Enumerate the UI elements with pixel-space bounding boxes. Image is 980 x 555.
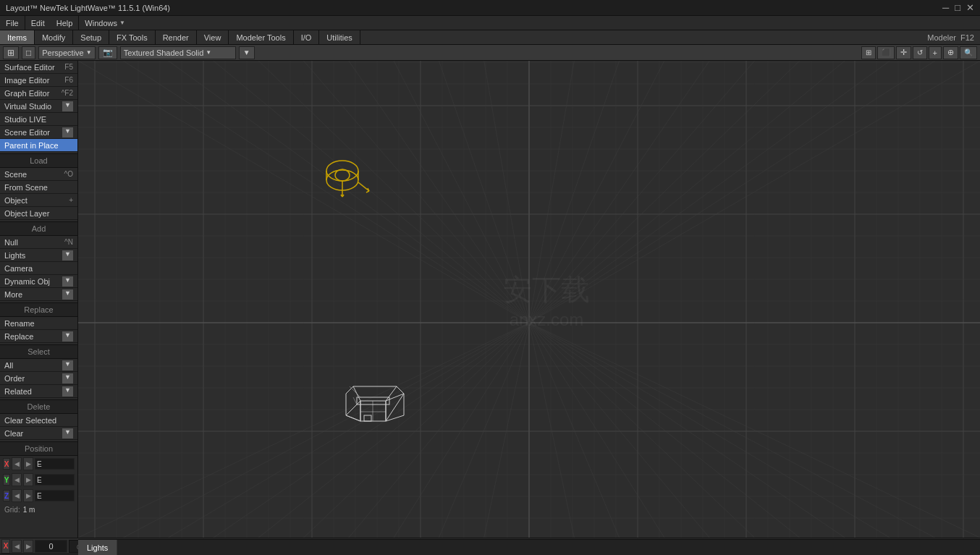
y-nav-next[interactable]: ▶ bbox=[23, 473, 33, 486]
clear-btn[interactable]: Clear ▼ bbox=[0, 427, 77, 440]
f12-label: F12 bbox=[960, 33, 980, 42]
x-value[interactable]: E bbox=[35, 458, 75, 470]
z-position-row: Z ◀ ▶ E bbox=[0, 488, 77, 504]
camera-btn[interactable]: Camera bbox=[0, 262, 77, 275]
load-section-header: Load bbox=[0, 153, 77, 168]
dynamic-obj-btn[interactable]: Dynamic Obj ▼ bbox=[0, 275, 77, 288]
add-section-header: Add bbox=[0, 221, 77, 236]
lights-tab[interactable]: Lights bbox=[78, 540, 117, 555]
svg-point-1 bbox=[326, 161, 358, 181]
pan-btn[interactable]: ✛ bbox=[896, 46, 911, 59]
viewport[interactable]: 安下载 anxz.com bbox=[78, 61, 980, 538]
z-nav-next[interactable]: ▶ bbox=[23, 489, 33, 502]
grid-info-row: Grid: 1 m bbox=[0, 504, 77, 516]
minimize-btn[interactable]: ─ bbox=[942, 2, 949, 13]
order-btn[interactable]: Order ▼ bbox=[0, 372, 77, 385]
window-controls[interactable]: ─ □ ✕ bbox=[942, 2, 974, 13]
scene-btn[interactable]: Scene ^O bbox=[0, 168, 77, 181]
modeler-label: Modeler bbox=[927, 33, 960, 42]
perspective-dropdown[interactable]: Perspective ▼ bbox=[38, 46, 95, 59]
x-prev-btn[interactable]: ◀ bbox=[12, 540, 22, 553]
main-layout: Surface Editor F5 Image Editor F6 Graph … bbox=[0, 61, 980, 538]
lights-btn[interactable]: Lights ▼ bbox=[0, 249, 77, 262]
top-tabs: Items Modify Setup FX Tools Render View … bbox=[0, 30, 980, 45]
parent-in-place-btn[interactable]: Parent in Place bbox=[0, 139, 77, 152]
rotate-btn[interactable]: ↺ bbox=[913, 46, 927, 59]
toolbar2: ⊞ □ Perspective ▼ 📷 Textured Shaded Soli… bbox=[0, 45, 980, 61]
rename-btn[interactable]: Rename bbox=[0, 317, 77, 330]
svg-line-26 bbox=[350, 386, 360, 397]
x-label: X bbox=[3, 458, 10, 470]
scene-editor-btn[interactable]: Scene Editor ▼ bbox=[0, 126, 77, 139]
shading-extra-btn[interactable]: ▼ bbox=[239, 46, 255, 59]
grid-toggle-btn[interactable]: ⊞ bbox=[861, 46, 876, 59]
single-view-btn[interactable]: □ bbox=[22, 46, 35, 59]
virtual-studio-btn[interactable]: Virtual Studio ▼ bbox=[0, 100, 77, 113]
studio-live-btn[interactable]: Studio LIVE bbox=[0, 113, 77, 126]
more-btn[interactable]: More ▼ bbox=[0, 288, 77, 301]
x-axis-indicator: X bbox=[1, 539, 10, 554]
clear-selected-btn[interactable]: Clear Selected bbox=[0, 414, 77, 427]
svg-line-7 bbox=[366, 191, 369, 192]
fit-btn[interactable]: 🔍 bbox=[960, 46, 977, 59]
maximize-view-btn[interactable]: ⬛ bbox=[877, 46, 895, 59]
grid-view-btn[interactable]: ⊞ bbox=[3, 46, 19, 59]
y-nav-prev[interactable]: ◀ bbox=[12, 473, 22, 486]
z-value[interactable]: E bbox=[35, 490, 75, 501]
y-value[interactable]: E bbox=[35, 474, 75, 486]
surface-editor-btn[interactable]: Surface Editor F5 bbox=[0, 61, 77, 74]
svg-line-23 bbox=[386, 415, 404, 421]
camera-object bbox=[310, 155, 382, 214]
tab-render[interactable]: Render bbox=[156, 30, 197, 44]
position-section-header: Position bbox=[0, 441, 77, 456]
help-menu[interactable]: Help bbox=[51, 16, 79, 30]
grid-value: 1 m bbox=[23, 506, 35, 514]
tab-items[interactable]: Items bbox=[0, 30, 35, 44]
replace-btn[interactable]: Replace ▼ bbox=[0, 330, 77, 343]
x-position-row: X ◀ ▶ E bbox=[0, 456, 77, 472]
object-layer-btn[interactable]: Object Layer bbox=[0, 207, 77, 220]
tab-io[interactable]: I/O bbox=[294, 30, 320, 44]
z-nav-prev[interactable]: ◀ bbox=[12, 489, 22, 502]
all-btn[interactable]: All ▼ bbox=[0, 359, 77, 372]
svg-line-28 bbox=[353, 397, 357, 404]
window-title: Layout™ NewTek LightWave™ 11.5.1 (Win64) bbox=[6, 4, 942, 12]
z-label: Z bbox=[3, 490, 10, 501]
tab-setup[interactable]: Setup bbox=[73, 30, 109, 44]
svg-line-22 bbox=[346, 415, 360, 421]
tab-utilities[interactable]: Utilities bbox=[319, 30, 360, 44]
maximize-btn[interactable]: □ bbox=[955, 2, 960, 13]
graph-editor-btn[interactable]: Graph Editor ^F2 bbox=[0, 87, 77, 100]
zoom-out-btn[interactable]: ⊕ bbox=[943, 46, 958, 59]
prop-object bbox=[339, 372, 426, 446]
windows-menu[interactable]: Windows ▼ bbox=[79, 16, 131, 30]
tab-modify[interactable]: Modify bbox=[35, 30, 73, 44]
camera-icon-btn[interactable]: 📷 bbox=[98, 46, 117, 59]
grid-label: Grid: bbox=[4, 506, 20, 514]
null-btn[interactable]: Null ^N bbox=[0, 236, 77, 249]
zoom-in-btn[interactable]: + bbox=[929, 46, 942, 59]
from-scene-btn[interactable]: From Scene bbox=[0, 181, 77, 194]
tab-view[interactable]: View bbox=[197, 30, 229, 44]
image-editor-btn[interactable]: Image Editor F6 bbox=[0, 74, 77, 87]
x-next-btn[interactable]: ▶ bbox=[23, 540, 33, 553]
delete-section-header: Delete bbox=[0, 399, 77, 414]
svg-line-18 bbox=[346, 386, 353, 394]
edit-menu[interactable]: Edit bbox=[25, 16, 51, 30]
close-btn[interactable]: ✕ bbox=[966, 2, 974, 13]
svg-rect-27 bbox=[364, 415, 371, 421]
related-btn[interactable]: Related ▼ bbox=[0, 385, 77, 398]
svg-line-5 bbox=[358, 182, 369, 191]
object-btn[interactable]: Object + bbox=[0, 194, 77, 207]
shading-dropdown[interactable]: Textured Shaded Solid ▼ bbox=[120, 46, 236, 59]
replace-section-header: Replace bbox=[0, 302, 77, 317]
menu-bar: File Edit Help Windows ▼ bbox=[0, 16, 980, 30]
x-nav-prev[interactable]: ◀ bbox=[12, 457, 22, 470]
title-bar: Layout™ NewTek LightWave™ 11.5.1 (Win64)… bbox=[0, 0, 980, 16]
tab-modeler-tools[interactable]: Modeler Tools bbox=[229, 30, 293, 44]
file-menu[interactable]: File bbox=[0, 16, 25, 30]
frame-input-x[interactable] bbox=[35, 540, 67, 553]
lights-tab-bar: Lights bbox=[78, 539, 980, 555]
tab-fx-tools[interactable]: FX Tools bbox=[109, 30, 156, 44]
x-nav-next[interactable]: ▶ bbox=[23, 457, 33, 470]
